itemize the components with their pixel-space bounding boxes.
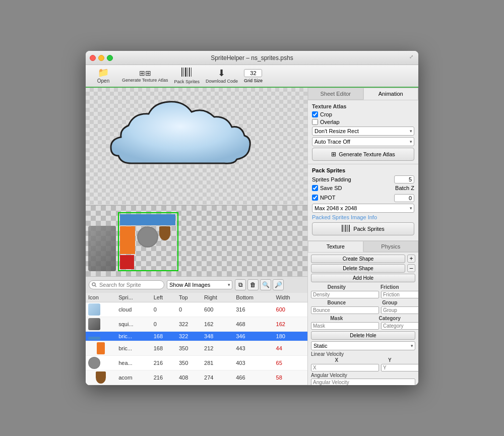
pack-sprites-section: Pack Sprites Sprites Padding Save SD Bat… bbox=[308, 164, 418, 238]
mask-input[interactable] bbox=[311, 322, 379, 330]
crop-checkbox[interactable] bbox=[312, 111, 318, 117]
col-sprite: Spri... bbox=[116, 293, 151, 302]
open-button[interactable]: 📁 Open bbox=[91, 68, 116, 84]
tab-sheet-editor[interactable]: Sheet Editor bbox=[308, 88, 363, 100]
batch-z-input[interactable] bbox=[394, 194, 414, 202]
cell-left: 0 bbox=[151, 317, 176, 332]
density-input[interactable] bbox=[311, 291, 379, 298]
resize-row: Don't Resize Rect bbox=[312, 127, 414, 136]
cell-name: bric... bbox=[116, 341, 151, 356]
cell-name: acorn bbox=[116, 370, 151, 385]
pack-sprites-toolbar-button[interactable]: Pack Sprites bbox=[174, 68, 200, 84]
overlap-label: Overlap bbox=[320, 119, 340, 125]
tab-animation[interactable]: Animation bbox=[363, 88, 419, 100]
pack-sprites-btn[interactable]: Pack Sprites bbox=[312, 222, 414, 235]
cell-top: 350 bbox=[176, 341, 202, 356]
cell-left: 216 bbox=[151, 356, 176, 370]
resize-icon[interactable]: ⤢ bbox=[409, 54, 415, 60]
overlap-checkbox[interactable] bbox=[312, 119, 318, 125]
sprite-row bbox=[86, 206, 307, 276]
resize-select[interactable]: Don't Resize Rect bbox=[312, 127, 414, 136]
crop-label: Crop bbox=[320, 111, 332, 117]
tab-physics[interactable]: Physics bbox=[363, 241, 419, 252]
table-row[interactable]: cloud 0 0 600 316 600 bbox=[86, 302, 307, 317]
table-row[interactable]: bric... 168 350 212 443 44 bbox=[86, 341, 307, 356]
open-label: Open bbox=[97, 78, 109, 84]
delete-shape-btn[interactable]: Delete Shape bbox=[311, 264, 405, 273]
cell-icon bbox=[86, 370, 116, 385]
squirrel-sprite bbox=[88, 226, 116, 271]
svg-rect-6 bbox=[342, 225, 343, 232]
remove-shape-btn[interactable]: – bbox=[407, 264, 415, 272]
tab-texture[interactable]: Texture bbox=[308, 241, 363, 252]
resize-select-wrap: Don't Resize Rect bbox=[312, 127, 414, 136]
packed-info-link[interactable]: Packed Sprites Image Info bbox=[312, 214, 377, 220]
bounce-input[interactable] bbox=[311, 306, 379, 314]
minimize-button[interactable] bbox=[98, 55, 104, 61]
max-size-row: Max 2048 x 2048 bbox=[312, 204, 414, 213]
cell-width: 65 bbox=[274, 356, 307, 370]
table-row[interactable]: acorn 216 408 274 466 58 bbox=[86, 370, 307, 385]
search-input[interactable] bbox=[89, 280, 164, 289]
lv-x-input[interactable] bbox=[311, 364, 379, 371]
generate-texture-btn[interactable]: ⊞ Generate Texture Atlas bbox=[312, 148, 414, 161]
folder-icon: 📁 bbox=[98, 68, 109, 77]
gen-grid-icon: ⊞ bbox=[331, 151, 336, 158]
group-input[interactable] bbox=[381, 306, 418, 314]
grid-size-label: Grid Size bbox=[244, 78, 263, 83]
svg-rect-4 bbox=[189, 68, 190, 77]
table-header: Icon Spri... Left Top Right Bottom Width bbox=[86, 293, 307, 302]
trace-select[interactable]: Auto Trace Off bbox=[312, 137, 414, 146]
svg-rect-0 bbox=[181, 68, 182, 77]
category-header: Category bbox=[364, 316, 416, 321]
category-input[interactable] bbox=[381, 322, 418, 330]
max-size-select[interactable]: Max 2048 x 2048 bbox=[312, 204, 414, 213]
lv-y-input[interactable] bbox=[381, 364, 418, 371]
generate-texture-button[interactable]: ⊞⊞ Generate Texture Atlas bbox=[122, 70, 168, 83]
density-header: Density bbox=[311, 284, 362, 290]
av-input[interactable] bbox=[311, 379, 415, 385]
density-friction-header: Density Friction bbox=[311, 284, 415, 290]
main-window: SpriteHelper – ns_sprites.pshs ⤢ 📁 Open … bbox=[86, 51, 418, 385]
grid-size-input[interactable] bbox=[244, 69, 262, 77]
create-shape-btn[interactable]: Create Shape bbox=[311, 255, 405, 263]
table-row[interactable]: hea... 216 350 281 403 65 bbox=[86, 356, 307, 370]
left-panel: Show All Images ⧉ 🗑 🔍 🔎 Icon Spri... bbox=[86, 88, 307, 385]
packed-info-row: Packed Sprites Image Info bbox=[312, 214, 414, 220]
friction-header: Friction bbox=[364, 284, 416, 290]
add-shape-btn[interactable]: + bbox=[407, 255, 415, 263]
static-select[interactable]: Static bbox=[311, 341, 415, 350]
maximize-button[interactable] bbox=[107, 55, 113, 61]
save-sd-checkbox[interactable] bbox=[312, 185, 318, 191]
add-hole-btn[interactable]: Add Hole bbox=[311, 274, 415, 282]
show-all-select[interactable]: Show All Images bbox=[167, 280, 232, 289]
sprites-padding-input[interactable] bbox=[394, 175, 414, 183]
cell-width: 600 bbox=[274, 302, 307, 317]
static-select-wrap: Static bbox=[311, 341, 415, 350]
friction-input[interactable] bbox=[381, 291, 418, 298]
npot-checkbox[interactable] bbox=[312, 195, 318, 201]
cell-top: 0 bbox=[176, 302, 202, 317]
download-button[interactable]: ⬇ Download Code bbox=[206, 69, 238, 84]
col-left: Left bbox=[151, 293, 176, 302]
grid-icon: ⊞⊞ bbox=[139, 70, 151, 77]
cell-icon bbox=[86, 356, 116, 370]
pack-sprites-label: Pack Sprites bbox=[353, 226, 385, 232]
zoom-in-icon-btn[interactable]: 🔍 bbox=[260, 279, 271, 290]
table-row[interactable]: squi... 0 322 162 468 162 bbox=[86, 317, 307, 332]
zoom-out-icon-btn[interactable]: 🔎 bbox=[273, 279, 284, 290]
npot-label: NPOT bbox=[320, 195, 336, 201]
acorn-sprite bbox=[159, 226, 170, 240]
copy-icon-btn[interactable]: ⧉ bbox=[235, 279, 246, 290]
orange-rect-sprite bbox=[120, 226, 135, 254]
table-row-selected[interactable]: bric... 168 322 348 346 180 bbox=[86, 332, 307, 341]
texture-atlas-section: Texture Atlas Crop Overlap Don't Resize … bbox=[308, 100, 418, 164]
cell-right: 274 bbox=[202, 370, 233, 385]
sprite-canvas[interactable] bbox=[86, 88, 307, 206]
cell-width: 58 bbox=[274, 370, 307, 385]
close-button[interactable] bbox=[90, 55, 96, 61]
sprite-table-wrapper[interactable]: Icon Spri... Left Top Right Bottom Width bbox=[86, 293, 307, 385]
delete-icon-btn[interactable]: 🗑 bbox=[247, 279, 259, 290]
cell-width: 162 bbox=[274, 317, 307, 332]
delete-hole-btn[interactable]: Delete Hole bbox=[311, 331, 415, 340]
